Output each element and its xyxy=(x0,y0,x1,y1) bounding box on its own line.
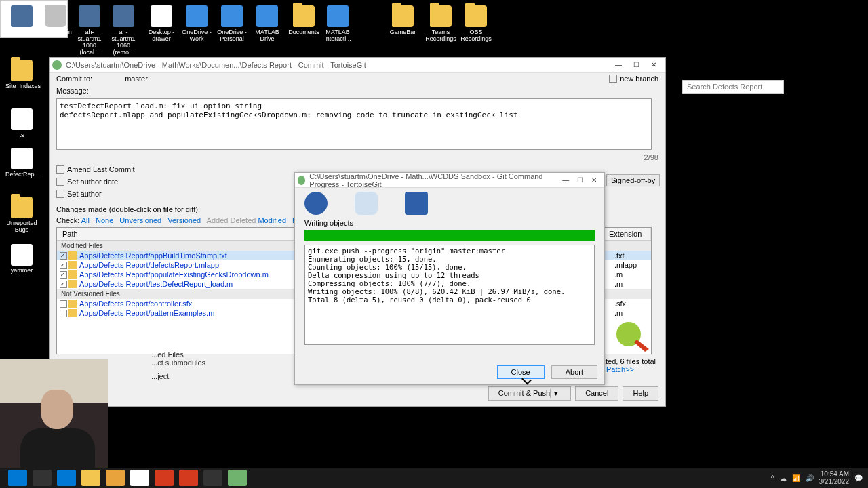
desktop-icon[interactable]: OneDrive - Work xyxy=(180,5,213,43)
matlab-icon[interactable] xyxy=(155,470,174,486)
amend-checkbox[interactable] xyxy=(56,165,64,174)
file-icon xyxy=(68,309,77,317)
filter-link[interactable]: All xyxy=(81,216,90,224)
tray-volume-icon[interactable]: 🔊 xyxy=(806,474,814,482)
tortoisegit-icon xyxy=(298,176,305,185)
explorer-icon[interactable] xyxy=(81,470,100,486)
desktop-icon[interactable]: GameBar xyxy=(387,5,419,36)
tray-onedrive-icon[interactable]: ☁ xyxy=(780,474,787,482)
app-icon-1[interactable] xyxy=(106,470,125,486)
char-counter: 2/98 xyxy=(50,151,665,163)
progress-icons xyxy=(295,188,604,219)
file-checkbox[interactable] xyxy=(60,300,67,308)
author-date-checkbox[interactable] xyxy=(56,178,64,186)
git-output[interactable]: git.exe push --progress "origin" master:… xyxy=(304,245,595,345)
progress-title: C:\Users\stuartm\OneDrive - Math...\WCDD… xyxy=(309,172,558,188)
abort-button[interactable]: Abort xyxy=(551,365,597,379)
signed-off-button[interactable]: Signed-off-by xyxy=(606,174,660,186)
commit-dropdown-icon[interactable]: ▾ xyxy=(550,389,561,398)
file-ext: .mlapp xyxy=(614,261,648,269)
notification-icon[interactable]: 💬 xyxy=(854,474,863,482)
desktop-icon[interactable]: ah-stuartm1 1060 (remo... xyxy=(107,5,140,56)
progress-maximize-button[interactable]: ☐ xyxy=(573,174,587,186)
desktop-icon[interactable]: Unreported Bugs xyxy=(5,197,38,234)
message-label: Message: xyxy=(56,87,89,95)
task-view-button[interactable] xyxy=(33,470,52,486)
globe-icon xyxy=(304,192,328,215)
file-icon xyxy=(68,251,77,260)
desktop-icon[interactable]: ts xyxy=(5,108,38,139)
file-icon xyxy=(68,280,77,288)
file-checkbox[interactable] xyxy=(60,271,67,279)
commit-push-button[interactable]: Commit & Push▾ xyxy=(488,386,571,401)
tray-chevron-icon[interactable]: ^ xyxy=(771,474,774,482)
progress-window: C:\Users\stuartm\OneDrive - Math...\WCDD… xyxy=(294,172,605,385)
help-button[interactable]: Help xyxy=(623,386,658,401)
hidden-option-3: ...ject xyxy=(151,372,205,380)
changes-label: Changes made (double-click on file for d… xyxy=(56,205,200,214)
cancel-button[interactable]: Cancel xyxy=(575,386,618,401)
author-date-label: Set author date xyxy=(67,178,118,186)
edge-icon[interactable] xyxy=(57,470,76,486)
file-checkbox[interactable] xyxy=(60,281,67,288)
chrome-icon[interactable] xyxy=(130,470,149,486)
desktop-icon[interactable]: DefectRep... xyxy=(5,148,38,178)
file-ext: .sfx xyxy=(614,300,648,308)
progress-bar xyxy=(304,230,595,241)
close-button[interactable]: ✕ xyxy=(645,59,663,71)
new-branch-checkbox[interactable] xyxy=(609,75,617,83)
desktop-icon[interactable]: OneDrive - Personal xyxy=(216,5,248,43)
folder-icon xyxy=(405,192,428,215)
desktop-icon[interactable]: MATLAB Drive xyxy=(251,5,283,43)
file-checkbox[interactable] xyxy=(60,262,67,269)
matlab-icon-2[interactable] xyxy=(179,470,198,486)
set-author-checkbox[interactable] xyxy=(56,190,64,198)
taskbar: ^ ☁ 📶 🔊 10:54 AM3/21/2022 💬 xyxy=(0,468,868,488)
desktop-icon[interactable]: ah-stuartm1 1080 (local... xyxy=(73,5,106,56)
desktop-icon[interactable]: yammer xyxy=(5,244,38,274)
close-progress-button[interactable]: Close xyxy=(497,365,545,379)
new-branch-label: new branch xyxy=(620,75,658,83)
col-extension[interactable]: Extension xyxy=(604,228,651,240)
filter-link[interactable]: Versioned xyxy=(167,216,201,224)
webcam-overlay xyxy=(0,359,108,468)
progress-titlebar: C:\Users\stuartm\OneDrive - Math...\WCDD… xyxy=(295,173,604,188)
hidden-option-1: ...ed Files xyxy=(151,350,205,359)
filter-link[interactable]: Modified xyxy=(258,216,286,224)
commit-message-input[interactable]: testDefectReport_load.m: fix ui option s… xyxy=(56,98,652,150)
tray-network-icon[interactable]: 📶 xyxy=(792,474,800,482)
check-label: Check: xyxy=(56,216,79,224)
search-input[interactable] xyxy=(682,80,784,94)
desktop-icon[interactable]: Documents xyxy=(288,5,320,36)
filter-link[interactable]: Unversioned xyxy=(119,216,161,224)
file-ext: .m xyxy=(614,270,648,279)
desktop-icon[interactable]: Site_Indexes xyxy=(5,60,38,90)
obs-icon[interactable] xyxy=(203,470,222,486)
progress-minimize-button[interactable]: — xyxy=(559,174,573,186)
set-author-label: Set author xyxy=(67,190,102,198)
desktop-icon[interactable]: Recycle Bin xyxy=(39,5,72,36)
desktop-icon[interactable]: MATLAB Interacti... xyxy=(321,5,354,43)
file-ext: .txt xyxy=(614,251,648,260)
file-checkbox[interactable] xyxy=(60,310,67,317)
start-button[interactable] xyxy=(8,470,27,486)
tortoisegit-taskbar-icon[interactable] xyxy=(228,470,247,486)
desktop-icon[interactable]: Desktop - drawer xyxy=(145,5,178,43)
hidden-option-2: ...ct submodules xyxy=(151,359,205,367)
tortoisegit-icon xyxy=(52,60,62,70)
desktop-icon[interactable]: Teams Recordings xyxy=(425,5,457,43)
filter-link[interactable]: None xyxy=(96,216,113,224)
maximize-button[interactable]: ☐ xyxy=(627,59,645,71)
filter-disabled: Added xyxy=(207,216,229,224)
amend-label: Amend Last Commit xyxy=(67,165,135,174)
desktop-icon[interactable]: This PC xyxy=(5,5,38,36)
commit-to-label: Commit to: xyxy=(56,75,92,83)
minimize-button[interactable]: — xyxy=(610,59,627,71)
commit-titlebar: C:\Users\stuartm\OneDrive - MathWorks\Do… xyxy=(50,58,665,73)
desktop-icon[interactable]: OBS Recordings xyxy=(460,5,492,43)
file-checkbox[interactable] xyxy=(60,252,67,260)
file-icon xyxy=(68,270,77,279)
file-icon xyxy=(68,261,77,269)
system-clock[interactable]: 10:54 AM3/21/2022 xyxy=(819,470,850,485)
progress-close-button[interactable]: ✕ xyxy=(587,174,601,186)
